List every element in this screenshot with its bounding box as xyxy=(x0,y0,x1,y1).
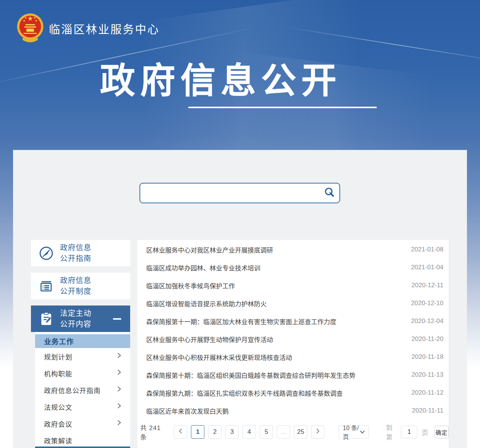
chevron-right-icon xyxy=(117,369,121,377)
goto-prefix-label: 到第 xyxy=(386,423,396,441)
article-list: 区林业服务中心对我区林业产业开展摸底调研 2021-01-08 临淄区成功举办园… xyxy=(137,240,449,448)
sidebar-item-label: 法定主动 公开内容 xyxy=(60,308,91,330)
submenu-item-policy-interpretation[interactable]: 政策解读 xyxy=(35,432,130,448)
search-input[interactable] xyxy=(140,184,319,203)
goto-page-input[interactable] xyxy=(401,426,417,438)
confirm-button[interactable]: 确定 xyxy=(434,426,449,438)
submenu-item-regulations[interactable]: 法规公文 xyxy=(35,398,130,415)
page-button-3[interactable]: 3 xyxy=(225,425,239,439)
submenu-item-functions[interactable]: 机构职能 xyxy=(35,365,130,382)
article-row: 临淄区近年来首次发现白天鹅 2020-11-11 xyxy=(137,402,449,420)
submenu-item-info-guide[interactable]: 政府信息公开指南 xyxy=(35,382,130,398)
article-title-link[interactable]: 区林业服务中心对我区林业产业开展摸底调研 xyxy=(146,245,273,254)
content-panel: 政府信息 公开指南 xyxy=(13,150,467,448)
page-button-5[interactable]: 5 xyxy=(260,425,273,439)
submenu-item-business-work-active[interactable]: 业务工作 xyxy=(35,334,130,348)
article-row: 森保简报第九期：临淄区扎实组织双条杉天牛线路调查和越冬基数调查 2020-11-… xyxy=(137,384,449,402)
article-row: 区林业服务中心对我区林业产业开展摸底调研 2021-01-08 xyxy=(137,241,449,259)
article-date: 2020-11-20 xyxy=(411,335,443,343)
page-button-4[interactable]: 4 xyxy=(242,425,256,439)
article-title-link[interactable]: 森保简报第十期：临淄区组织美国白蛾越冬基数调查综合研判明年发生态势 xyxy=(146,370,355,380)
article-row: 临淄区加强秋冬季候鸟保护工作 2020-12-11 xyxy=(137,276,449,294)
article-date: 2020-12-04 xyxy=(411,317,443,325)
next-page-button[interactable] xyxy=(311,425,324,439)
org-name: 临淄区林业服务中心 xyxy=(49,20,160,37)
article-row: 区林业服务中心积极开展林木采伐更新现场核查活动 2020-11-18 xyxy=(137,348,449,366)
page-title: 政府信息公开 xyxy=(100,52,342,103)
chevron-right-icon xyxy=(117,386,121,394)
article-title-link[interactable]: 临淄区成功举办园林、林业专业技术培训 xyxy=(146,263,260,272)
sidebar: 政府信息 公开指南 xyxy=(31,240,130,448)
collapse-minus-icon[interactable] xyxy=(113,318,121,320)
page-button-1[interactable]: 1 xyxy=(191,425,204,439)
article-title-link[interactable]: 森保简报第九期：临淄区扎实组织双条杉天牛线路调查和越冬基数调查 xyxy=(146,388,343,398)
national-emblem-icon xyxy=(16,13,44,44)
submenu-item-planning[interactable]: 规划计划 xyxy=(35,348,130,365)
article-date: 2020-12-10 xyxy=(411,300,443,307)
article-row: 森保简报第十一期：临淄区加大林业有害生物灾害面上巡查工作力度 2020-12-0… xyxy=(137,312,449,330)
article-date: 2021-01-04 xyxy=(411,264,443,271)
sidebar-item-open-system[interactable]: 政府信息 公开制度 xyxy=(31,273,130,299)
search-icon xyxy=(324,187,335,199)
compass-icon xyxy=(38,245,54,261)
clipboard-pencil-icon xyxy=(38,311,54,327)
article-title-link[interactable]: 区林业服务中心积极开展林木采伐更新现场核查活动 xyxy=(146,353,292,362)
article-date: 2020-12-11 xyxy=(411,282,443,289)
pagination: 共 241 条 1 2 3 4 5 ... 25 xyxy=(137,423,449,441)
article-row: 临淄区成功举办园林、林业专业技术培训 2021-01-04 xyxy=(137,259,449,276)
title-underline xyxy=(188,107,377,108)
chevron-right-icon xyxy=(117,353,121,360)
page: 临淄区林业服务中心 政府信息公开 xyxy=(0,0,480,448)
article-date: 2020-11-11 xyxy=(412,407,443,414)
goto-suffix-label: 页 xyxy=(422,427,429,437)
sidebar-item-label: 政府信息 公开指南 xyxy=(60,242,91,264)
article-date: 2020-11-13 xyxy=(411,371,443,379)
sidebar-item-open-guide[interactable]: 政府信息 公开指南 xyxy=(31,240,130,266)
page-button-2[interactable]: 2 xyxy=(208,425,222,439)
search-button[interactable] xyxy=(319,184,339,203)
sidebar-submenu: 业务工作 规划计划 机构职能 政府信息公开指南 xyxy=(35,332,130,448)
article-title-link[interactable]: 临淄区近年来首次发现白天鹅 xyxy=(146,406,229,416)
submenu-item-meetings[interactable]: 政府会议 xyxy=(35,415,130,432)
search-bar xyxy=(139,183,340,203)
page-size-select[interactable]: 10 条/页 xyxy=(339,425,369,439)
article-title-link[interactable]: 森保简报第十一期：临淄区加大林业有害生物灾害面上巡查工作力度 xyxy=(146,317,336,326)
article-title-link[interactable]: 区林业服务中心开展野生动物保护月宣传活动 xyxy=(146,335,273,344)
sidebar-item-statutory-disclosure[interactable]: 法定主动 公开内容 xyxy=(31,306,130,332)
article-title-link[interactable]: 临淄区加强秋冬季候鸟保护工作 xyxy=(146,281,235,290)
article-row: 区林业服务中心开展野生动物保护月宣传活动 2020-11-20 xyxy=(137,330,449,348)
article-title-link[interactable]: 临淄区增设智能语音提示系统助力护林防火 xyxy=(146,299,267,308)
article-row: 森保简报第十期：临淄区组织美国白蛾越冬基数调查综合研判明年发生态势 2020-1… xyxy=(137,366,449,384)
goto-page-group: 到第 页 确定 xyxy=(386,423,449,441)
prev-page-button[interactable] xyxy=(174,425,187,439)
sidebar-item-label: 政府信息 公开制度 xyxy=(60,275,91,297)
pagination-total: 共 241 条 xyxy=(140,423,164,441)
page-button-25[interactable]: 25 xyxy=(294,425,307,439)
chevron-right-icon xyxy=(117,403,121,411)
chevron-down-icon xyxy=(360,429,365,435)
article-row: 临淄区增设智能语音提示系统助力护林防火 2020-12-10 xyxy=(137,294,449,312)
site-brand[interactable]: 临淄区林业服务中心 xyxy=(16,13,160,44)
page-ellipsis-button[interactable]: ... xyxy=(277,425,290,439)
article-date: 2020-11-18 xyxy=(411,353,443,361)
chevron-left-icon xyxy=(179,428,182,436)
article-date: 2021-01-08 xyxy=(411,246,443,253)
chevron-right-icon xyxy=(316,428,320,436)
chevron-right-icon xyxy=(117,420,121,427)
document-icon xyxy=(38,278,54,294)
article-date: 2020-11-12 xyxy=(411,389,443,397)
